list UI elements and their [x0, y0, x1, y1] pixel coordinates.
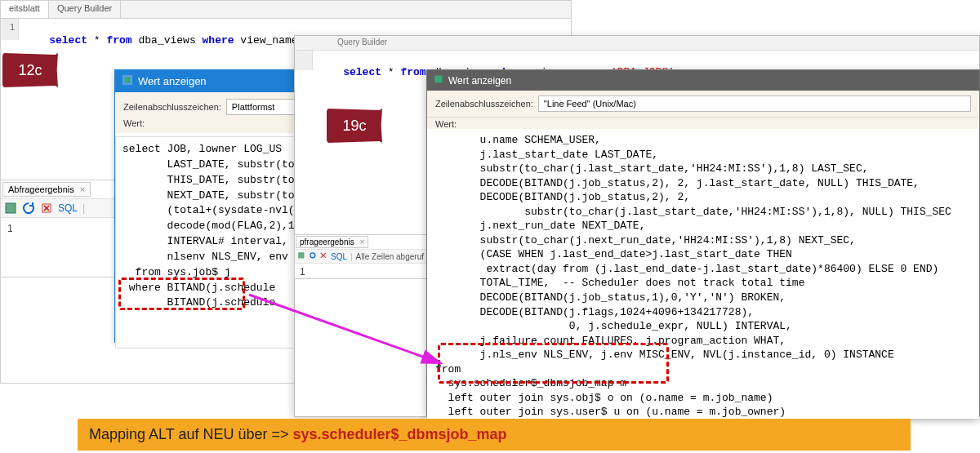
tab-query-builder-19c[interactable]: Query Builder [295, 36, 979, 51]
sql-table: dba_views [139, 34, 196, 47]
value-label: Wert: [427, 118, 979, 129]
refresh-icon[interactable] [309, 251, 317, 261]
result-tab-19c[interactable]: pfrageergebnis × [296, 236, 368, 248]
dialog-body-19c: Zeilenabschlusszeichen: [427, 91, 979, 118]
svg-rect-4 [298, 252, 304, 258]
value-dialog-12c: Wert anzeigen Zeilenabschlusszeichen: We… [114, 69, 310, 343]
toolbar-sep: | [82, 202, 85, 214]
result-tab-label: pfrageergebnis [300, 238, 354, 246]
sql-star: * [388, 66, 394, 78]
sql-star: * [94, 34, 100, 47]
svg-rect-6 [435, 76, 443, 83]
result-row-number: 1 [295, 264, 426, 280]
version-flag-12c: 12c [2, 53, 58, 87]
dialog-title: Wert anzeigen [448, 75, 511, 87]
dialog-titlebar-12c[interactable]: Wert anzeigen [115, 70, 310, 92]
result-toolbar-19c: SQL | Alle Zeilen abgeruf [295, 249, 426, 264]
delete-icon[interactable] [40, 202, 53, 215]
svg-point-5 [310, 253, 314, 258]
kw-from: from [400, 66, 425, 78]
close-icon[interactable]: × [360, 238, 365, 246]
kw-where: where [203, 34, 234, 47]
result-panel-12c: Abfrageergebnis × SQL | 1 [0, 180, 127, 278]
result-row-number: 1 [1, 218, 126, 239]
banner-text-1: Mapping ALT auf NEU über => [89, 426, 293, 442]
line-ending-select[interactable] [226, 99, 301, 115]
result-toolbar-12c: SQL | [1, 198, 126, 218]
value-text-19c[interactable]: u.name SCHEMA_USER, j.last_start_date LA… [427, 129, 979, 419]
dialog-titlebar-19c[interactable]: Wert anzeigen [427, 70, 979, 91]
value-label: Wert: [123, 118, 301, 128]
value-dialog-19c: Wert anzeigen Zeilenabschlusszeichen: We… [426, 69, 980, 416]
result-tab-12c[interactable]: Abfrageergebnis × [2, 182, 91, 197]
dialog-title: Wert anzeigen [138, 75, 207, 87]
kw-from: from [106, 34, 131, 47]
banner-text-2: sys.scheduler$_dbmsjob_map [293, 426, 507, 442]
kw-select: select [49, 34, 87, 47]
value-text-12c[interactable]: select JOB, lowner LOG_US LAST_DATE, sub… [115, 136, 310, 349]
line-ending-select[interactable] [538, 95, 971, 112]
toolbar-sep: | [350, 252, 353, 261]
svg-rect-0 [6, 203, 16, 213]
tab-worksheet[interactable]: eitsblatt [1, 1, 49, 18]
fetched-hint: Alle Zeilen abgeruf [356, 252, 424, 261]
line-ending-label: Zeilenabschlusszeichen: [123, 102, 221, 112]
sql-button[interactable]: SQL [331, 252, 347, 261]
dialog-icon [122, 74, 133, 88]
close-icon[interactable]: × [80, 184, 85, 194]
pin-icon[interactable] [4, 202, 17, 215]
sql-button[interactable]: SQL [58, 202, 78, 214]
tabstrip-12c: eitsblatt Query Builder [1, 1, 571, 19]
kw-select: select [343, 66, 381, 78]
summary-banner: Mapping ALT auf NEU über => sys.schedule… [78, 419, 911, 451]
dialog-icon [434, 74, 443, 87]
pin-icon[interactable] [297, 251, 305, 261]
dialog-body-12c: Zeilenabschlusszeichen: Wert: [115, 92, 310, 133]
line-gutter-12c: 1 [1, 19, 19, 40]
result-panel-19c: pfrageergebnis × SQL | Alle Zeilen abger… [294, 234, 427, 279]
svg-rect-3 [125, 78, 131, 83]
result-tab-label: Abfrageergebnis [8, 184, 74, 194]
refresh-icon[interactable] [22, 202, 35, 215]
sql-col: view_name [240, 34, 297, 47]
tab-query-builder[interactable]: Query Builder [49, 1, 121, 18]
line-gutter-19c [295, 51, 313, 70]
line-ending-label: Zeilenabschlusszeichen: [435, 99, 533, 109]
version-flag-19c: 19c [327, 109, 382, 143]
delete-icon[interactable] [319, 251, 327, 261]
